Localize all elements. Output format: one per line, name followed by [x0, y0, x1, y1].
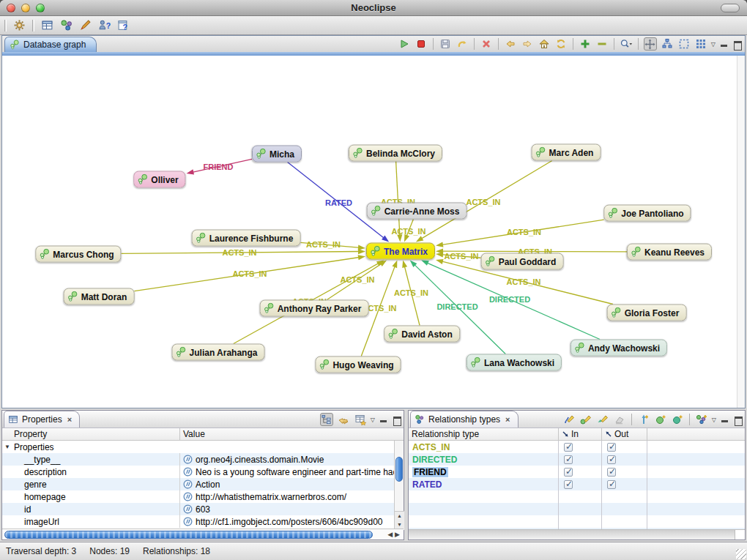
graph-node-marc[interactable]: Marc Aden [532, 144, 601, 161]
graph-node-lana[interactable]: Lana Wachowski [467, 354, 562, 371]
tree-layout-icon[interactable] [661, 37, 674, 51]
maximize-view-icon[interactable] [733, 416, 743, 424]
scrollbar-arrows[interactable]: ◀▶ [387, 531, 402, 538]
table-mode-icon[interactable] [354, 413, 367, 426]
help-person-icon[interactable]: ? [98, 19, 111, 31]
scrollbar-arrows[interactable]: ▲▼ [395, 511, 404, 530]
maximize-view-icon[interactable] [392, 416, 401, 424]
in-checkbox[interactable] [564, 468, 573, 477]
properties-horizontal-scrollbar[interactable]: ◀▶ [2, 529, 404, 540]
graph-canvas[interactable]: ACTS_INACTS_INACTS_INACTS_INACTS_INACTS_… [2, 56, 745, 408]
column-out[interactable]: Out [602, 428, 647, 440]
properties-vertical-scrollbar[interactable]: ▲▼ [394, 441, 404, 530]
zoom-icon[interactable] [620, 37, 633, 51]
refresh-icon[interactable] [554, 37, 568, 51]
revert-layout-icon[interactable] [456, 37, 469, 51]
graph-node-micha[interactable]: Micha [252, 146, 302, 163]
property-row-description[interactable]: descriptionNeo is a young software engin… [2, 466, 395, 478]
view-menu-icon[interactable]: ▽ [711, 41, 716, 48]
column-relationship-type[interactable]: Relationship type [409, 428, 559, 440]
graph-node-julian[interactable]: Julian Arahanga [172, 344, 265, 361]
toolbar-drag-handle[interactable] [4, 20, 7, 31]
graph-node-carrie[interactable]: Carrie-Anne Moss [367, 203, 467, 220]
tab-properties[interactable]: Properties × [4, 411, 80, 428]
highlight-end-nodes-icon[interactable] [596, 413, 609, 426]
decrease-traversal-depth-icon[interactable] [595, 37, 609, 51]
out-checkbox[interactable] [607, 455, 616, 464]
column-in[interactable]: In [559, 428, 602, 440]
relationship-row-FRIEND[interactable]: FRIEND [409, 466, 745, 478]
pan-mode-icon[interactable] [644, 37, 657, 51]
graph-node-laurence[interactable]: Laurence Fishburne [192, 230, 301, 247]
go-home-icon[interactable] [538, 37, 551, 51]
minimize-view-icon[interactable] [720, 416, 729, 424]
view-menu-icon[interactable]: ▽ [712, 417, 716, 423]
help-view-icon[interactable]: ? [117, 19, 130, 31]
preferences-gear-icon[interactable] [13, 19, 26, 31]
add-outgoing-relationship-icon[interactable] [671, 413, 684, 426]
graph-nodes-icon[interactable] [60, 19, 73, 31]
relationship-row-ACTS_IN[interactable]: ACTS_IN [409, 441, 745, 453]
grid-layout-icon[interactable] [694, 37, 707, 51]
save-layout-icon[interactable] [439, 37, 452, 51]
canvas-vertical-scrollbar[interactable] [737, 56, 745, 408]
graph-node-andy[interactable]: Andy Wachowski [571, 340, 667, 356]
highlight-relationships-icon[interactable] [562, 413, 576, 426]
tab-relationship-types[interactable]: Relationship types × [410, 411, 519, 428]
graph-node-hugo[interactable]: Hugo Weaving [315, 356, 401, 373]
expand-triangle-icon[interactable]: ▼ [4, 444, 10, 450]
delete-icon[interactable] [480, 37, 493, 51]
in-checkbox[interactable] [564, 443, 573, 452]
highlight-start-nodes-icon[interactable] [579, 413, 592, 426]
add-relationship-type-icon[interactable] [695, 413, 708, 426]
minimize-view-icon[interactable] [379, 416, 388, 424]
graph-node-paul[interactable]: Paul Goddard [481, 253, 564, 270]
toolbar-drag-handle[interactable] [32, 20, 34, 31]
in-checkbox[interactable] [564, 480, 573, 489]
graph-node-joe[interactable]: Joe Pantoliano [603, 205, 691, 222]
tab-database-graph[interactable]: Database graph [4, 37, 97, 52]
minimize-view-icon[interactable] [719, 40, 729, 48]
toolbar-toggle-button[interactable] [721, 4, 740, 12]
out-checkbox[interactable] [607, 468, 616, 477]
property-row-homepage[interactable]: homepagehttp://whatisthematrix.warnerbro… [2, 490, 395, 503]
clear-highlight-icon[interactable] [613, 413, 626, 426]
properties-group-row[interactable]: ▼Properties [2, 441, 395, 453]
close-properties-icon[interactable]: × [67, 415, 72, 424]
decorate-brush-icon[interactable] [79, 19, 92, 31]
relationship-horizontal-scrollbar[interactable] [409, 529, 745, 540]
graph-node-marcus[interactable]: Marcus Chong [35, 246, 121, 263]
add-node-icon[interactable] [654, 413, 667, 426]
stop-traversal-icon[interactable] [415, 37, 428, 51]
increase-traversal-depth-icon[interactable] [579, 37, 592, 51]
start-traversal-icon[interactable] [398, 37, 411, 51]
out-checkbox[interactable] [607, 443, 616, 452]
close-relationship-types-icon[interactable]: × [505, 415, 510, 424]
graph-node-david[interactable]: David Aston [384, 326, 460, 343]
go-forward-icon[interactable] [521, 37, 534, 51]
go-back-icon[interactable] [504, 37, 517, 51]
graph-node-matt[interactable]: Matt Doran [64, 288, 135, 305]
scrollbar-thumb[interactable] [395, 457, 403, 482]
graph-node-olliver[interactable]: Olliver [133, 171, 185, 188]
relationship-row-DIRECTED[interactable]: DIRECTED [409, 453, 745, 466]
property-row-id[interactable]: id603 [2, 503, 395, 515]
properties-table-icon[interactable] [41, 19, 53, 31]
property-row-imageUrl[interactable]: imageUrlhttp://cf1.imgobject.com/posters… [2, 515, 395, 528]
tree-mode-icon[interactable] [320, 413, 333, 426]
graph-node-gloria[interactable]: Gloria Foster [607, 305, 687, 321]
graph-node-anthony[interactable]: Anthony Ray Parker [260, 300, 369, 317]
graph-node-matrix[interactable]: The Matrix [366, 243, 435, 260]
column-value[interactable]: Value [180, 428, 404, 440]
graph-node-keanu[interactable]: Keanu Reeves [627, 244, 712, 261]
relationship-row-RATED[interactable]: RATED [409, 478, 745, 490]
view-menu-icon[interactable]: ▽ [371, 417, 375, 423]
add-incoming-relationship-icon[interactable] [637, 413, 650, 426]
graph-node-belinda[interactable]: Belinda McClory [349, 145, 442, 162]
property-row-genre[interactable]: genreAction [2, 478, 395, 490]
out-checkbox[interactable] [607, 480, 616, 489]
maximize-view-icon[interactable] [732, 40, 742, 48]
in-checkbox[interactable] [564, 455, 573, 464]
scrollbar-thumb[interactable] [4, 531, 373, 539]
follow-selection-icon[interactable] [337, 413, 350, 426]
